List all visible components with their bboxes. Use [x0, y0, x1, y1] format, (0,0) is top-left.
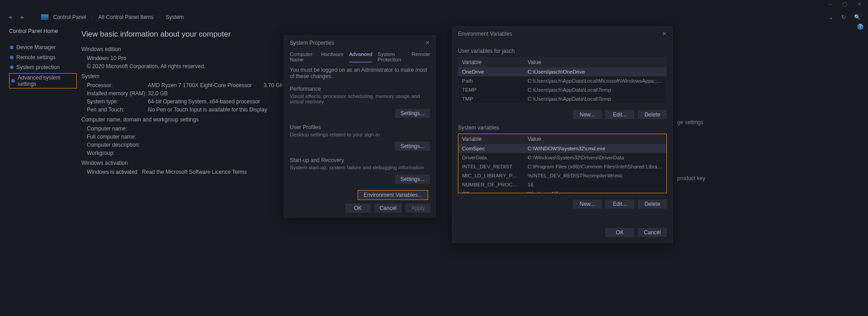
user-variables-table[interactable]: VariableValue OneDriveC:\Users\jasch\One…: [458, 57, 667, 104]
performance-title: Performance: [290, 86, 430, 92]
maximize-icon[interactable]: ▢: [842, 1, 847, 7]
user-variables-label: User variables for jasch: [458, 48, 667, 54]
dialog-title: System Properties: [290, 40, 334, 46]
workgroup-label: Workgroup:: [87, 150, 148, 156]
system-type-label: System type:: [87, 98, 148, 105]
table-row[interactable]: TMPC:\Users\jasch\AppData\Local\Temp: [458, 94, 666, 103]
table-row[interactable]: OneDriveC:\Users\jasch\OneDrive: [458, 67, 666, 76]
tab-system-protection[interactable]: System Protection: [377, 51, 406, 62]
performance-desc: Visual effects, processor scheduling, me…: [290, 93, 430, 104]
startup-recovery-title: Start-up and Recovery: [290, 157, 430, 163]
col-variable: Variable: [458, 57, 524, 67]
table-row[interactable]: PathC:\Users\jasch\AppData\Local\Microso…: [458, 76, 666, 85]
system-new-button[interactable]: New...: [573, 200, 602, 209]
help-icon[interactable]: ?: [857, 23, 863, 30]
ram-value: 32.0 GB: [148, 90, 168, 97]
bullet-icon: [10, 65, 14, 69]
close-icon[interactable]: ✕: [857, 1, 862, 7]
explorer-nav: ◄ ► Control Panel › All Control Panel It…: [7, 12, 861, 23]
minimize-icon[interactable]: ─: [828, 1, 832, 7]
startup-recovery-desc: System start-up, system failure and debu…: [290, 165, 430, 170]
pen-touch-value: No Pen or Touch Input is available for t…: [148, 107, 267, 113]
ok-button[interactable]: OK: [605, 228, 634, 237]
apply-button[interactable]: Apply: [406, 204, 431, 213]
system-delete-button[interactable]: Delete: [638, 200, 667, 209]
breadcrumb[interactable]: Control Panel › All Control Panel Items …: [53, 14, 184, 20]
tab-remote[interactable]: Remote: [412, 51, 430, 62]
tab-hardware[interactable]: Hardware: [321, 51, 344, 62]
forward-icon[interactable]: ►: [20, 14, 25, 20]
sidebar-title: Control Panel Home: [9, 28, 77, 34]
ok-button[interactable]: OK: [345, 204, 371, 213]
close-icon[interactable]: ✕: [425, 39, 430, 46]
environment-variables-dialog: Environment Variables ✕ User variables f…: [451, 25, 674, 244]
licence-terms-link[interactable]: Read the Microsoft Software Licence Term…: [142, 169, 247, 175]
system-properties-tabs: Computer Name Hardware Advanced System P…: [283, 49, 436, 64]
close-icon[interactable]: ✕: [662, 30, 667, 37]
col-value: Value: [524, 57, 666, 67]
activation-status: Windows is activated: [87, 169, 137, 175]
table-row[interactable]: INTEL_DEV_REDISTC:\Program Files (x86)\C…: [458, 162, 666, 171]
obscured-text: ge settings product key: [677, 119, 731, 181]
ram-label: Installed memory (RAM):: [87, 90, 148, 97]
table-row[interactable]: OSWindows_NT: [458, 189, 666, 193]
system-type-value: 64-bit Operating System, x64-based proce…: [148, 98, 260, 105]
sidebar: Control Panel Home Device Manager Remote…: [9, 28, 77, 88]
processor-value: AMD Ryzen 7 1700X Eight-Core Processor: [148, 82, 252, 88]
environment-variables-button[interactable]: Environment Variables...: [358, 190, 428, 200]
col-variable: Variable: [458, 134, 524, 144]
admin-note: You must be logged on as an Administrato…: [290, 67, 430, 79]
table-row[interactable]: MIC_LD_LIBRARY_PATH%INTEL_DEV_REDIST%com…: [458, 171, 666, 180]
table-row[interactable]: DriverDataC:\Windows\System32\Drivers\Dr…: [458, 153, 666, 162]
chevron-down-icon[interactable]: ⌄: [829, 14, 833, 20]
breadcrumb-all-items[interactable]: All Control Panel Items: [99, 14, 154, 20]
system-variables-table[interactable]: VariableValue ComSpecC:\WINDOWS\system32…: [458, 134, 667, 193]
bullet-icon: [11, 79, 15, 83]
computer-icon: [41, 14, 49, 20]
refresh-icon[interactable]: ↻: [841, 14, 846, 20]
chevron-right-icon: ›: [157, 15, 162, 19]
chevron-right-icon: ›: [90, 15, 95, 19]
tab-computer-name[interactable]: Computer Name: [290, 51, 316, 62]
dialog-title: Environment Variables: [458, 31, 512, 37]
processor-label: Processor:: [87, 82, 148, 88]
system-properties-dialog: System Properties ✕ Computer Name Hardwa…: [283, 34, 437, 218]
full-computer-name-label: Full computer name:: [87, 134, 148, 140]
table-row[interactable]: NUMBER_OF_PROCESSORS16: [458, 180, 666, 189]
user-profiles-settings-button[interactable]: Settings...: [395, 142, 430, 151]
system-variables-label: System variables: [458, 125, 667, 131]
sidebar-item-remote-settings[interactable]: Remote settings: [9, 52, 77, 62]
system-edit-button[interactable]: Edit...: [605, 200, 634, 209]
user-delete-button[interactable]: Delete: [638, 110, 667, 119]
pen-touch-label: Pen and Touch:: [87, 107, 148, 113]
user-profiles-desc: Desktop settings related to your sign-in: [290, 132, 430, 137]
computer-name-label: Computer name:: [87, 125, 148, 132]
tab-advanced[interactable]: Advanced: [349, 51, 372, 62]
startup-recovery-settings-button[interactable]: Settings...: [395, 175, 430, 184]
window-titlebar: ─ ▢ ✕: [0, 0, 868, 8]
breadcrumb-system[interactable]: System: [166, 14, 184, 20]
sidebar-item-advanced-system-settings[interactable]: Advanced system settings: [9, 73, 77, 88]
bullet-icon: [10, 56, 14, 59]
user-profiles-title: User Profiles: [290, 124, 430, 130]
table-row[interactable]: TEMPC:\Users\jasch\AppData\Local\Temp: [458, 85, 666, 94]
breadcrumb-control-panel[interactable]: Control Panel: [53, 14, 86, 20]
sidebar-item-device-manager[interactable]: Device Manager: [9, 42, 77, 52]
computer-description-label: Computer description:: [87, 142, 148, 148]
sidebar-item-system-protection[interactable]: System protection: [9, 62, 77, 72]
user-edit-button[interactable]: Edit...: [605, 110, 634, 119]
cancel-button[interactable]: Cancel: [638, 228, 667, 237]
table-row[interactable]: ComSpecC:\WINDOWS\system32\cmd.exe: [458, 144, 666, 153]
search-icon[interactable]: 🔍: [854, 14, 861, 20]
col-value: Value: [524, 134, 666, 144]
back-icon[interactable]: ◄: [7, 14, 13, 20]
user-new-button[interactable]: New...: [573, 110, 602, 119]
cancel-button[interactable]: Cancel: [374, 204, 402, 213]
bullet-icon: [10, 46, 14, 49]
performance-settings-button[interactable]: Settings...: [395, 109, 430, 118]
